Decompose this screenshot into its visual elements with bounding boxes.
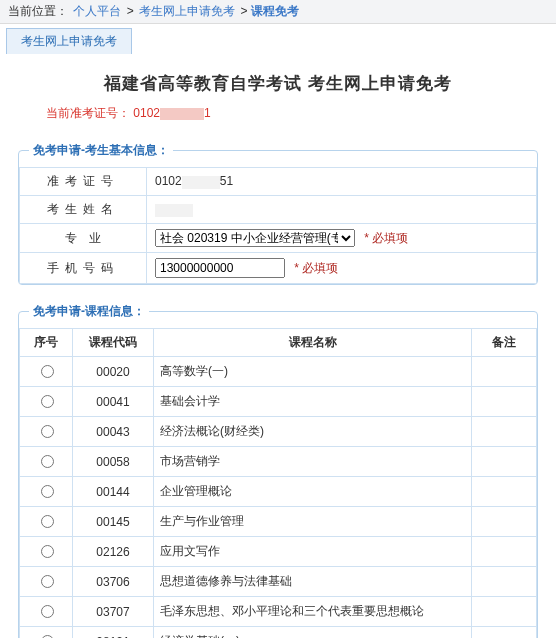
course-radio[interactable] xyxy=(41,455,54,468)
table-row: 00043经济法概论(财经类) xyxy=(20,417,537,447)
course-code: 00043 xyxy=(73,417,154,447)
breadcrumb-current: 课程免考 xyxy=(251,4,299,18)
table-row: 08121经济学基础(一) xyxy=(20,627,537,639)
course-name: 应用文写作 xyxy=(154,537,472,567)
tab-strip: 考生网上申请免考 xyxy=(0,24,556,54)
course-remark xyxy=(472,477,537,507)
course-radio[interactable] xyxy=(41,515,54,528)
ticket-mask xyxy=(160,108,204,120)
page-title: 福建省高等教育自学考试 考生网上申请免考 xyxy=(12,72,544,95)
course-name: 毛泽东思想、邓小平理论和三个代表重要思想概论 xyxy=(154,597,472,627)
course-code: 00144 xyxy=(73,477,154,507)
major-select[interactable]: 社会 020319 中小企业经营管理(专科) xyxy=(155,229,355,247)
course-radio[interactable] xyxy=(41,425,54,438)
exam-no-label: 准考证号 xyxy=(20,168,147,196)
major-label: 专 业 xyxy=(20,224,147,253)
course-radio[interactable] xyxy=(41,395,54,408)
course-radio[interactable] xyxy=(41,365,54,378)
course-code: 08121 xyxy=(73,627,154,639)
course-remark xyxy=(472,447,537,477)
table-row: 02126应用文写作 xyxy=(20,537,537,567)
course-code: 00145 xyxy=(73,507,154,537)
name-value xyxy=(147,196,537,224)
table-row: 03706思想道德修养与法律基础 xyxy=(20,567,537,597)
breadcrumb-label: 当前位置： xyxy=(8,4,68,18)
course-name: 生产与作业管理 xyxy=(154,507,472,537)
course-name: 市场营销学 xyxy=(154,447,472,477)
col-seq: 序号 xyxy=(20,329,73,357)
course-code: 03707 xyxy=(73,597,154,627)
major-required: * 必填项 xyxy=(364,231,408,245)
course-remark xyxy=(472,597,537,627)
name-label: 考生姓名 xyxy=(20,196,147,224)
phone-input[interactable] xyxy=(155,258,285,278)
course-code: 00041 xyxy=(73,387,154,417)
exam-no-mask xyxy=(182,176,220,189)
phone-required: * 必填项 xyxy=(294,261,338,275)
table-row: 00058市场营销学 xyxy=(20,447,537,477)
col-name: 课程名称 xyxy=(154,329,472,357)
course-remark xyxy=(472,567,537,597)
course-name: 经济学基础(一) xyxy=(154,627,472,639)
breadcrumb-bar: 当前位置： 个人平台 > 考生网上申请免考 > 课程免考 xyxy=(0,0,556,24)
basic-info-legend: 免考申请-考生基本信息： xyxy=(29,142,173,159)
phone-cell: * 必填项 xyxy=(147,253,537,284)
course-name: 经济法概论(财经类) xyxy=(154,417,472,447)
basic-info-fieldset: 免考申请-考生基本信息： 准考证号 010251 考生姓名 专 业 社 xyxy=(18,142,538,285)
course-code: 02126 xyxy=(73,537,154,567)
col-remark: 备注 xyxy=(472,329,537,357)
major-cell: 社会 020319 中小企业经营管理(专科) * 必填项 xyxy=(147,224,537,253)
course-code: 00020 xyxy=(73,357,154,387)
course-name: 思想道德修养与法律基础 xyxy=(154,567,472,597)
course-remark xyxy=(472,387,537,417)
table-row: 00144企业管理概论 xyxy=(20,477,537,507)
phone-label: 手机号码 xyxy=(20,253,147,284)
course-code: 00058 xyxy=(73,447,154,477)
exam-no-value: 010251 xyxy=(147,168,537,196)
course-info-legend: 免考申请-课程信息： xyxy=(29,303,149,320)
table-row: 00041基础会计学 xyxy=(20,387,537,417)
course-code: 03706 xyxy=(73,567,154,597)
table-row: 00020高等数学(一) xyxy=(20,357,537,387)
course-remark xyxy=(472,537,537,567)
course-name: 企业管理概论 xyxy=(154,477,472,507)
name-mask xyxy=(155,204,193,217)
course-header-row: 序号 课程代码 课程名称 备注 xyxy=(20,329,537,357)
course-radio[interactable] xyxy=(41,545,54,558)
course-name: 基础会计学 xyxy=(154,387,472,417)
table-row: 03707毛泽东思想、邓小平理论和三个代表重要思想概论 xyxy=(20,597,537,627)
current-ticket: 当前准考证号： 01021 xyxy=(46,105,544,122)
course-radio[interactable] xyxy=(41,575,54,588)
table-row: 00145生产与作业管理 xyxy=(20,507,537,537)
course-radio[interactable] xyxy=(41,485,54,498)
tab-apply[interactable]: 考生网上申请免考 xyxy=(6,28,132,54)
course-remark xyxy=(472,627,537,639)
course-remark xyxy=(472,417,537,447)
breadcrumb-link-apply[interactable]: 考生网上申请免考 xyxy=(139,4,235,18)
breadcrumb-link-home[interactable]: 个人平台 xyxy=(73,4,121,18)
course-radio[interactable] xyxy=(41,605,54,618)
course-info-fieldset: 免考申请-课程信息： 序号 课程代码 课程名称 备注 00020高等数学(一)0… xyxy=(18,303,538,638)
col-code: 课程代码 xyxy=(73,329,154,357)
course-remark xyxy=(472,507,537,537)
course-name: 高等数学(一) xyxy=(154,357,472,387)
course-remark xyxy=(472,357,537,387)
